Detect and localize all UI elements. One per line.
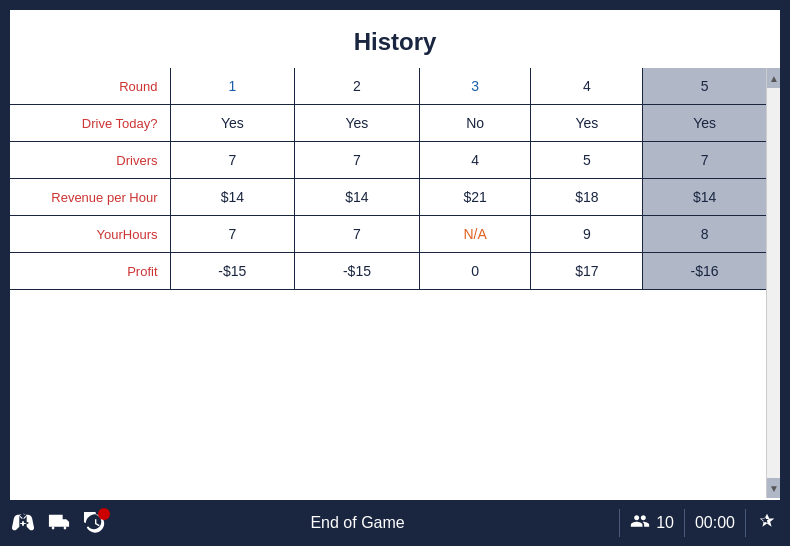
- scrollbar-track[interactable]: ▲ ▼: [766, 68, 780, 498]
- page-title: History: [10, 10, 780, 68]
- table-cell: 5: [531, 142, 643, 179]
- history-icon[interactable]: [84, 512, 106, 534]
- table-cell: 7: [170, 216, 295, 253]
- main-content: History Round12345Drive Today?YesYesNoYe…: [10, 10, 780, 500]
- table-cell: 7: [295, 216, 420, 253]
- table-cell: -$15: [295, 253, 420, 290]
- table-row: Round12345: [10, 68, 766, 105]
- timer-value: 00:00: [695, 514, 735, 532]
- people-icon: [630, 511, 650, 536]
- table-row: YourHours77N/A98: [10, 216, 766, 253]
- table-cell: $17: [531, 253, 643, 290]
- row-label: Round: [10, 68, 170, 105]
- table-cell: 5: [643, 68, 766, 105]
- table-cell: $21: [419, 179, 531, 216]
- table-cell: $14: [643, 179, 766, 216]
- table-cell: 3: [419, 68, 531, 105]
- table-cell: Yes: [295, 105, 420, 142]
- table-cell: N/A: [419, 216, 531, 253]
- settings-icon[interactable]: [756, 512, 778, 534]
- player-count: 10: [656, 514, 674, 532]
- table-cell: Yes: [531, 105, 643, 142]
- row-label: Drive Today?: [10, 105, 170, 142]
- table-cell: 1: [170, 68, 295, 105]
- table-row: Drivers77457: [10, 142, 766, 179]
- divider-2: [684, 509, 685, 537]
- footer-center: End of Game: [106, 514, 609, 532]
- player-count-stat: 10: [630, 511, 674, 536]
- table-cell: 4: [531, 68, 643, 105]
- table-row: Drive Today?YesYesNoYesYes: [10, 105, 766, 142]
- divider-1: [619, 509, 620, 537]
- table-cell: 7: [643, 142, 766, 179]
- table-cell: 7: [170, 142, 295, 179]
- history-table: Round12345Drive Today?YesYesNoYesYesDriv…: [10, 68, 766, 290]
- gamepad-icon[interactable]: [12, 512, 34, 534]
- table-cell: 8: [643, 216, 766, 253]
- scrollbar-down[interactable]: ▼: [767, 478, 780, 498]
- footer: End of Game 10 00:00: [0, 500, 790, 546]
- table-cell: Yes: [170, 105, 295, 142]
- footer-left: [12, 512, 106, 534]
- table-cell: 9: [531, 216, 643, 253]
- table-row: Profit-$15-$150$17-$16: [10, 253, 766, 290]
- history-badge: [98, 508, 110, 520]
- row-label: Revenue per Hour: [10, 179, 170, 216]
- scrollbar-up[interactable]: ▲: [767, 68, 780, 88]
- table-cell: $18: [531, 179, 643, 216]
- table-cell: 0: [419, 253, 531, 290]
- table-cell: No: [419, 105, 531, 142]
- end-of-game-label: End of Game: [310, 514, 404, 531]
- footer-right: 10 00:00: [609, 509, 778, 537]
- table-cell: 4: [419, 142, 531, 179]
- timer-stat: 00:00: [695, 514, 735, 532]
- table-row: Revenue per Hour$14$14$21$18$14: [10, 179, 766, 216]
- table-wrapper[interactable]: Round12345Drive Today?YesYesNoYesYesDriv…: [10, 68, 780, 498]
- table-cell: $14: [170, 179, 295, 216]
- row-label: YourHours: [10, 216, 170, 253]
- table-cell: Yes: [643, 105, 766, 142]
- table-cell: 7: [295, 142, 420, 179]
- table-cell: -$16: [643, 253, 766, 290]
- divider-3: [745, 509, 746, 537]
- truck-icon[interactable]: [48, 512, 70, 534]
- table-cell: -$15: [170, 253, 295, 290]
- row-label: Drivers: [10, 142, 170, 179]
- row-label: Profit: [10, 253, 170, 290]
- table-cell: 2: [295, 68, 420, 105]
- table-cell: $14: [295, 179, 420, 216]
